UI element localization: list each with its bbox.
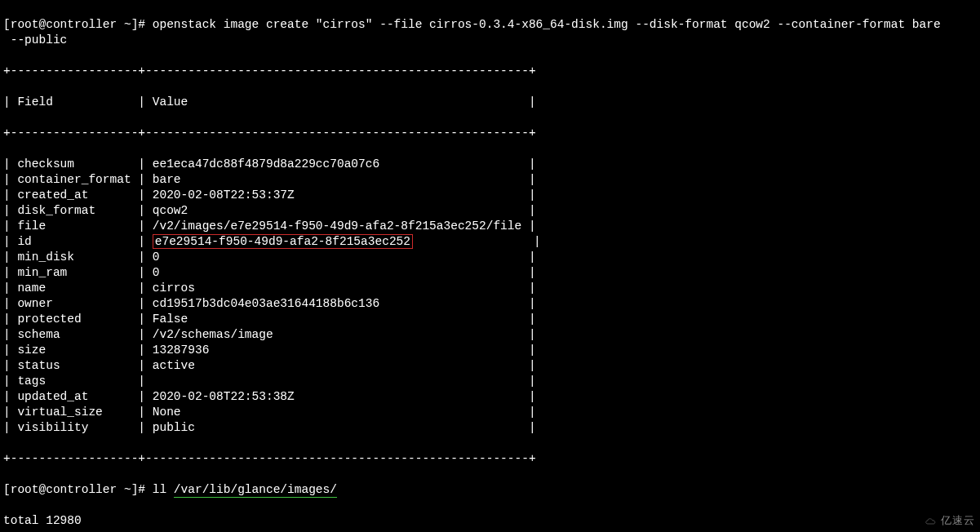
table-row: | updated_at | 2020-02-08T22:53:38Z | — [3, 389, 977, 405]
watermark-text: 亿速云 — [941, 513, 975, 529]
highlighted-id: e7e29514-f950-49d9-afa2-8f215a3ec252 — [153, 234, 413, 249]
table-row: | virtual_size | None | — [3, 405, 977, 420]
table-row: | size | 13287936 | — [3, 343, 977, 358]
table-row: | tags | | — [3, 374, 977, 389]
table-row: | status | active | — [3, 358, 977, 374]
table-row: | schema | /v2/schemas/image | — [3, 327, 977, 343]
prompt-line-1: [root@controller ~]# openstack image cre… — [3, 17, 977, 48]
path-arg: /var/lib/glance/images/ — [174, 483, 337, 498]
table-row: | id | e7e29514-f950-49d9-afa2-8f215a3ec… — [3, 234, 977, 250]
table-row: | visibility | public | — [3, 420, 977, 436]
command-line-1: [root@controller ~]# openstack image cre… — [3, 17, 977, 33]
shell-prompt: [root@controller ~]# — [3, 483, 145, 496]
terminal[interactable]: [root@controller ~]# openstack image cre… — [0, 0, 980, 532]
command-text: ll — [153, 483, 174, 496]
cloud-icon — [925, 516, 938, 526]
table-body: | checksum | ee1eca47dc88f4879d8a229cc70… — [3, 157, 977, 436]
prompt-line-2: [root@controller ~]# ll /var/lib/glance/… — [3, 482, 977, 498]
table-row: | created_at | 2020-02-08T22:53:37Z | — [3, 188, 977, 203]
table-border-top: +------------------+--------------------… — [3, 64, 977, 79]
table-border-header: +------------------+--------------------… — [3, 126, 977, 141]
table-row: | name | cirros | — [3, 281, 977, 296]
table-row: | checksum | ee1eca47dc88f4879d8a229cc70… — [3, 157, 977, 172]
table-row: | container_format | bare | — [3, 172, 977, 188]
table-border-bottom: +------------------+--------------------… — [3, 451, 977, 467]
table-row: | owner | cd19517b3dc04e03ae31644188b6c1… — [3, 296, 977, 312]
ll-glance-total: total 12980 — [3, 513, 977, 529]
table-row: | min_disk | 0 | — [3, 250, 977, 265]
watermark-logo: 亿速云 — [925, 513, 975, 529]
table-header-row: | Field | Value | — [3, 95, 977, 110]
table-row: | min_ram | 0 | — [3, 265, 977, 281]
table-row: | protected | False | — [3, 312, 977, 327]
table-row: | disk_format | qcow2 | — [3, 203, 977, 219]
command-line-2: --public — [3, 33, 977, 48]
table-row: | file | /v2/images/e7e29514-f950-49d9-a… — [3, 219, 977, 234]
